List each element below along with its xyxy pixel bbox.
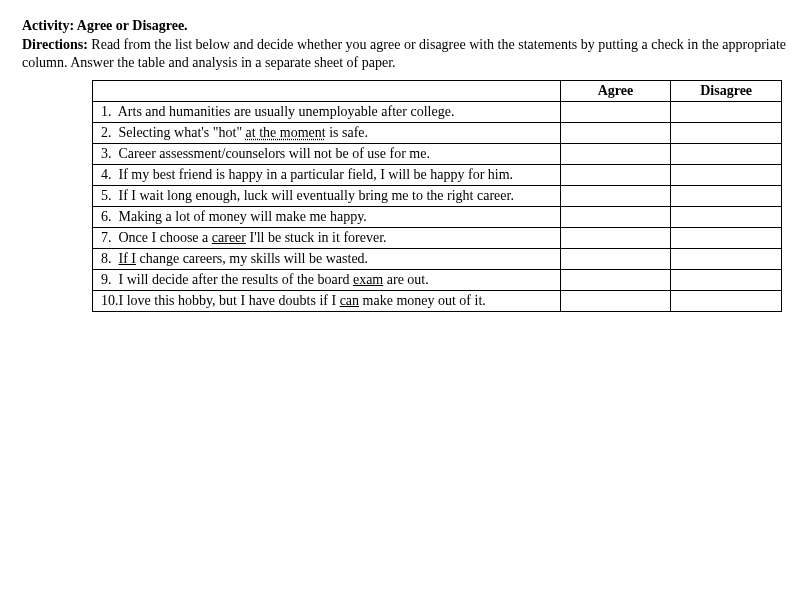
table-row: 6. Making a lot of money will make me ha… bbox=[93, 207, 782, 228]
agree-disagree-table: Agree Disagree 1. Arts and humanities ar… bbox=[92, 80, 782, 312]
disagree-cell[interactable] bbox=[671, 144, 782, 165]
directions: Directions: Read from the list below and… bbox=[22, 36, 789, 72]
statement-cell: 4. If my best friend is happy in a parti… bbox=[93, 165, 561, 186]
agree-cell[interactable] bbox=[560, 165, 671, 186]
table-row: 8. If I change careers, my skills will b… bbox=[93, 249, 782, 270]
agree-cell[interactable] bbox=[560, 207, 671, 228]
activity-title: Activity: Agree or Disagree. bbox=[22, 18, 789, 34]
disagree-cell[interactable] bbox=[671, 165, 782, 186]
agree-cell[interactable] bbox=[560, 249, 671, 270]
table-row: 10.I love this hobby, but I have doubts … bbox=[93, 291, 782, 312]
agree-cell[interactable] bbox=[560, 123, 671, 144]
table-row: 5. If I wait long enough, luck will even… bbox=[93, 186, 782, 207]
statement-cell: 3. Career assessment/counselors will not… bbox=[93, 144, 561, 165]
header-disagree: Disagree bbox=[671, 81, 782, 102]
header-blank bbox=[93, 81, 561, 102]
directions-text: Read from the list below and decide whet… bbox=[22, 37, 786, 70]
agree-cell[interactable] bbox=[560, 102, 671, 123]
statement-cell: 9. I will decide after the results of th… bbox=[93, 270, 561, 291]
statement-cell: 2. Selecting what's "hot" at the moment … bbox=[93, 123, 561, 144]
disagree-cell[interactable] bbox=[671, 186, 782, 207]
disagree-cell[interactable] bbox=[671, 249, 782, 270]
agree-cell[interactable] bbox=[560, 144, 671, 165]
disagree-cell[interactable] bbox=[671, 228, 782, 249]
table-row: 4. If my best friend is happy in a parti… bbox=[93, 165, 782, 186]
disagree-cell[interactable] bbox=[671, 102, 782, 123]
statement-cell: 6. Making a lot of money will make me ha… bbox=[93, 207, 561, 228]
disagree-cell[interactable] bbox=[671, 123, 782, 144]
agree-cell[interactable] bbox=[560, 270, 671, 291]
statement-cell: 10.I love this hobby, but I have doubts … bbox=[93, 291, 561, 312]
statement-cell: 1. Arts and humanities are usually unemp… bbox=[93, 102, 561, 123]
table-row: 9. I will decide after the results of th… bbox=[93, 270, 782, 291]
agree-cell[interactable] bbox=[560, 291, 671, 312]
table-row: 3. Career assessment/counselors will not… bbox=[93, 144, 782, 165]
disagree-cell[interactable] bbox=[671, 291, 782, 312]
table-row: 2. Selecting what's "hot" at the moment … bbox=[93, 123, 782, 144]
disagree-cell[interactable] bbox=[671, 207, 782, 228]
directions-label: Directions: bbox=[22, 37, 88, 52]
table-row: 1. Arts and humanities are usually unemp… bbox=[93, 102, 782, 123]
disagree-cell[interactable] bbox=[671, 270, 782, 291]
table-header-row: Agree Disagree bbox=[93, 81, 782, 102]
statement-cell: 8. If I change careers, my skills will b… bbox=[93, 249, 561, 270]
header-agree: Agree bbox=[560, 81, 671, 102]
statement-cell: 5. If I wait long enough, luck will even… bbox=[93, 186, 561, 207]
table-row: 7. Once I choose a career I'll be stuck … bbox=[93, 228, 782, 249]
statement-cell: 7. Once I choose a career I'll be stuck … bbox=[93, 228, 561, 249]
agree-cell[interactable] bbox=[560, 186, 671, 207]
agree-cell[interactable] bbox=[560, 228, 671, 249]
